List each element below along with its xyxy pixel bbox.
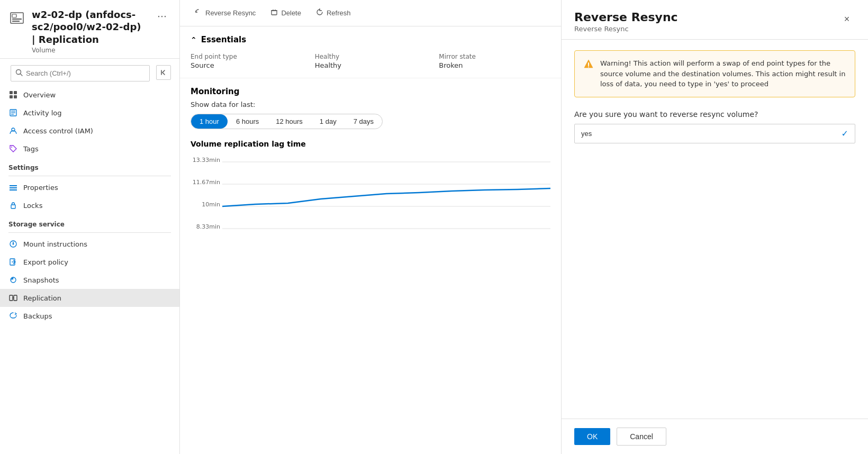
sidebar-item-properties[interactable]: Properties [0, 178, 179, 196]
sidebar-item-backups[interactable]: Backups [0, 307, 179, 325]
y-label-3: 10min [191, 201, 220, 208]
confirm-input-row: ✓ [574, 124, 855, 143]
sidebar-item-mount-instructions[interactable]: Mount instructions [0, 235, 179, 253]
collapse-sidebar-button[interactable] [156, 65, 171, 80]
delete-icon [270, 8, 278, 17]
time-filter-1hour[interactable]: 1 hour [191, 114, 228, 129]
sidebar-item-overview[interactable]: Overview [0, 86, 179, 104]
delete-label: Delete [281, 9, 301, 17]
essentials-grid: End point type Source Healthy Healthy Mi… [191, 53, 550, 69]
time-filter-1day[interactable]: 1 day [311, 114, 345, 129]
confirm-input[interactable] [581, 130, 842, 138]
delete-button[interactable]: Delete [264, 5, 308, 21]
page-subtitle: Volume [32, 47, 147, 54]
show-data-label: Show data for last: [191, 101, 550, 108]
overview-icon [8, 90, 18, 99]
volume-icon [8, 10, 25, 26]
chart-area: 13.33min 11.67min 10min 8.33min [191, 157, 550, 252]
close-panel-button[interactable]: × [838, 11, 855, 28]
sidebar: w2-02-dp (anfdocs-sc2/pool0/w2-02-dp) | … [0, 0, 180, 454]
svg-rect-6 [10, 91, 13, 94]
svg-rect-29 [272, 11, 277, 15]
snapshots-icon [8, 275, 18, 285]
svg-rect-26 [10, 295, 13, 301]
sidebar-item-tags[interactable]: Tags [0, 140, 179, 158]
info-value: Healthy [315, 61, 427, 69]
svg-rect-2 [12, 19, 22, 20]
reverse-resync-panel: Reverse Resync Reverse Resync × Warning!… [561, 0, 868, 454]
main-content: Reverse Resync Delete Refresh ⌃ Essentia… [180, 0, 561, 454]
toolbar: Reverse Resync Delete Refresh [180, 0, 561, 26]
svg-rect-17 [10, 187, 17, 188]
sidebar-item-activity-log[interactable]: Activity log [0, 104, 179, 122]
settings-section-label: Settings [0, 158, 179, 174]
locks-icon [8, 201, 18, 210]
info-field-endpoint: End point type Source [191, 53, 302, 69]
sidebar-item-label: Snapshots [23, 276, 59, 284]
svg-rect-1 [12, 14, 16, 17]
panel-header: Reverse Resync Reverse Resync × [562, 0, 868, 40]
time-filter-6hours[interactable]: 6 hours [228, 114, 267, 129]
refresh-button[interactable]: Refresh [310, 5, 357, 21]
time-filter-7days[interactable]: 7 days [345, 114, 382, 129]
sidebar-item-label: Properties [23, 184, 58, 192]
svg-rect-19 [11, 205, 15, 208]
iam-icon [8, 126, 18, 135]
monitoring-section: Monitoring Show data for last: 1 hour 6 … [180, 78, 561, 260]
svg-rect-9 [14, 95, 17, 98]
more-options-button[interactable]: ⋯ [153, 8, 171, 24]
refresh-label: Refresh [327, 9, 351, 17]
sidebar-item-label: Overview [23, 91, 56, 99]
info-field-mirror: Mirror state Broken [439, 53, 550, 69]
storage-divider [8, 232, 171, 233]
warning-box: Warning! This action will perform a swap… [574, 50, 855, 97]
page-title: w2-02-dp (anfdocs-sc2/pool0/w2-02-dp) | … [32, 8, 147, 46]
sidebar-item-export-policy[interactable]: Export policy [0, 253, 179, 271]
chart-svg [222, 157, 550, 252]
reverse-resync-icon [195, 8, 202, 17]
sidebar-header: w2-02-dp (anfdocs-sc2/pool0/w2-02-dp) | … [0, 0, 179, 59]
reverse-resync-label: Reverse Resync [205, 9, 256, 17]
essentials-title: Essentials [201, 35, 246, 44]
info-value: Source [191, 61, 302, 69]
info-label: End point type [191, 53, 302, 60]
ok-button[interactable]: OK [574, 428, 610, 445]
svg-rect-8 [10, 95, 13, 98]
reverse-resync-button[interactable]: Reverse Resync [188, 5, 262, 21]
search-box[interactable] [11, 65, 150, 81]
time-filter: 1 hour 6 hours 12 hours 1 day 7 days [191, 114, 383, 129]
tags-icon [8, 144, 18, 153]
sidebar-item-replication[interactable]: Replication [0, 289, 179, 307]
sidebar-item-label: Locks [23, 202, 42, 210]
svg-rect-27 [14, 295, 17, 301]
svg-point-15 [11, 147, 12, 148]
monitoring-title: Monitoring [191, 87, 550, 96]
settings-divider [8, 176, 171, 176]
svg-rect-18 [10, 189, 17, 190]
y-label-4: 8.33min [191, 223, 220, 230]
export-icon [8, 257, 18, 267]
svg-point-38 [588, 67, 589, 68]
properties-icon [8, 183, 18, 192]
panel-footer: OK Cancel [562, 419, 868, 454]
confirm-question: Are you sure you want to reverse resync … [574, 110, 855, 119]
search-input[interactable] [26, 69, 145, 77]
cancel-button[interactable]: Cancel [617, 428, 666, 446]
sidebar-item-locks[interactable]: Locks [0, 196, 179, 214]
sidebar-item-snapshots[interactable]: Snapshots [0, 271, 179, 289]
info-label: Healthy [315, 53, 427, 60]
sidebar-item-label: Replication [23, 294, 61, 302]
warning-icon [583, 59, 594, 69]
time-filter-12hours[interactable]: 12 hours [267, 114, 311, 129]
sidebar-item-iam[interactable]: Access control (IAM) [0, 122, 179, 140]
check-icon: ✓ [842, 129, 848, 139]
activity-log-icon [8, 108, 18, 117]
sidebar-item-label: Mount instructions [23, 240, 87, 248]
storage-section-label: Storage service [0, 214, 179, 230]
svg-rect-7 [14, 91, 17, 94]
chart-title: Volume replication lag time [191, 140, 550, 148]
mount-icon [8, 239, 18, 249]
essentials-header[interactable]: ⌃ Essentials [191, 35, 550, 44]
svg-point-22 [13, 243, 14, 245]
svg-rect-16 [10, 185, 17, 186]
